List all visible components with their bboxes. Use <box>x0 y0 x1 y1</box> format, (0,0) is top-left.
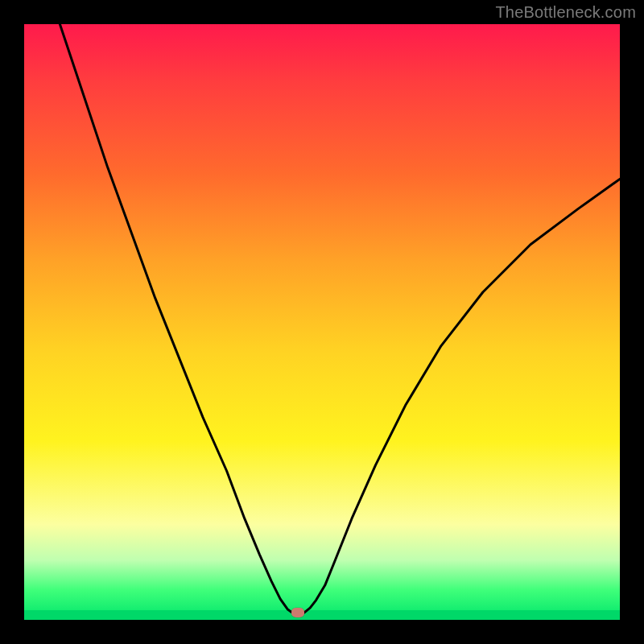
optimum-marker <box>291 608 304 617</box>
watermark-text: TheBottleneck.com <box>495 3 636 22</box>
chart-green-band <box>24 610 620 620</box>
chart-frame: TheBottleneck.com <box>0 0 644 644</box>
chart-area <box>24 24 620 620</box>
bottleneck-curve <box>60 24 620 613</box>
curve-svg <box>24 24 620 620</box>
